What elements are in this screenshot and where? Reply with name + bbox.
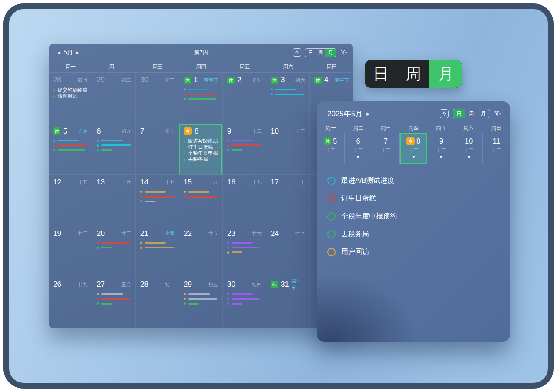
- day-cell[interactable]: 22廿五: [179, 226, 223, 278]
- week-strip-day-cell[interactable]: 9十三: [427, 133, 455, 164]
- event-bar-item[interactable]: [227, 296, 262, 301]
- week-strip-day-cell[interactable]: 6十三: [344, 133, 372, 164]
- day-cell[interactable]: 19廿二: [49, 226, 92, 278]
- event-bar-item[interactable]: [97, 301, 131, 306]
- event-item[interactable]: 订生日蛋糕: [184, 144, 218, 151]
- big-toggle-option[interactable]: 周: [397, 60, 430, 88]
- month-view-option[interactable]: 月: [325, 49, 336, 57]
- todo-item[interactable]: 去税务局: [327, 225, 500, 243]
- event-bar-item[interactable]: [140, 199, 174, 204]
- event-item[interactable]: 去税务局: [184, 157, 218, 163]
- today-button[interactable]: 今: [293, 48, 301, 57]
- week-strip-day-cell[interactable]: 10十三: [455, 133, 483, 164]
- event-bar-item[interactable]: [97, 296, 131, 301]
- todo-checkbox[interactable]: [327, 248, 336, 256]
- event-bar-item[interactable]: [227, 245, 262, 250]
- day-cell[interactable]: 30初三: [136, 73, 179, 124]
- day-cell[interactable]: 14十七: [136, 175, 179, 226]
- event-bar-item[interactable]: [140, 245, 174, 250]
- day-cell[interactable]: 休31端午节: [266, 277, 310, 328]
- todo-item[interactable]: 用户回访: [327, 243, 500, 261]
- day-cell[interactable]: 休3初六: [266, 73, 310, 124]
- day-cell[interactable]: 16十九: [223, 175, 266, 226]
- event-bar-item[interactable]: [271, 87, 305, 92]
- day-cell[interactable]: 今8十一跟进A/B测试进度订生日蛋糕个税年度申报预约去税务局: [179, 124, 223, 175]
- day-cell[interactable]: 13十六: [92, 175, 136, 226]
- day-cell[interactable]: 6初九: [92, 124, 136, 175]
- day-cell[interactable]: 28四月提交印刷终稿清理厨房: [49, 73, 92, 124]
- event-bar-item[interactable]: [227, 241, 262, 245]
- day-cell[interactable]: 17二十: [266, 175, 310, 226]
- todo-item[interactable]: 订生日蛋糕: [327, 190, 500, 208]
- day-cell[interactable]: 24廿七: [266, 226, 310, 278]
- event-item[interactable]: 清理厨房: [53, 93, 87, 99]
- event-bar-item[interactable]: [53, 143, 87, 148]
- event-bar-item[interactable]: [97, 291, 131, 296]
- day-cell[interactable]: 休5立夏: [49, 124, 92, 175]
- event-bar-item[interactable]: [184, 301, 218, 306]
- event-bar-item[interactable]: [227, 291, 262, 296]
- todo-checkbox[interactable]: [327, 194, 336, 203]
- day-view-view-option[interactable]: 日: [453, 109, 465, 118]
- filter-icon[interactable]: [494, 110, 501, 117]
- event-bar-item[interactable]: [53, 138, 87, 143]
- event-bar-item[interactable]: [97, 138, 131, 143]
- day-cell[interactable]: 12十五: [49, 175, 92, 226]
- day-cell[interactable]: 30初四: [223, 277, 266, 328]
- event-bar-item[interactable]: [227, 250, 262, 255]
- event-bar-item[interactable]: [184, 296, 218, 301]
- day-cell[interactable]: 26廿九: [49, 277, 92, 328]
- event-bar-item[interactable]: [140, 189, 174, 194]
- todo-checkbox[interactable]: [327, 230, 336, 238]
- day-view-view-option[interactable]: 周: [465, 109, 477, 118]
- week-strip-day-cell[interactable]: 7十三: [372, 133, 399, 164]
- event-bar-item[interactable]: [97, 143, 131, 148]
- event-bar-item[interactable]: [227, 301, 262, 306]
- day-cell[interactable]: 休1劳动节: [179, 73, 223, 124]
- event-item[interactable]: 个税年度申报预约: [184, 151, 218, 157]
- event-bar-item[interactable]: [140, 241, 174, 245]
- day-cell[interactable]: 27五月: [92, 277, 136, 328]
- event-bar-item[interactable]: [140, 194, 174, 199]
- event-bar-item[interactable]: [53, 148, 87, 153]
- event-bar-item[interactable]: [227, 138, 262, 143]
- day-cell[interactable]: 15十八: [179, 175, 223, 226]
- day-cell[interactable]: 7初十: [136, 124, 179, 175]
- big-toggle-option[interactable]: 日: [365, 60, 397, 88]
- filter-icon[interactable]: [340, 49, 347, 56]
- todo-item[interactable]: 个税年度申报预约: [327, 208, 500, 225]
- month-view-option[interactable]: 日: [305, 49, 315, 57]
- day-cell[interactable]: 10十三: [266, 124, 310, 175]
- todo-checkbox[interactable]: [327, 212, 336, 221]
- event-bar-item[interactable]: [184, 87, 218, 92]
- day-cell[interactable]: 9十二: [223, 124, 266, 175]
- event-bar-item[interactable]: [184, 189, 218, 194]
- day-cell[interactable]: 29初三: [179, 277, 223, 328]
- event-bar-item[interactable]: [97, 245, 131, 250]
- big-toggle-option[interactable]: 月: [429, 60, 462, 88]
- day-cell[interactable]: 20廿三: [92, 226, 136, 278]
- next-arrow-icon[interactable]: ▶: [366, 111, 370, 116]
- month-view-option[interactable]: 周: [315, 49, 325, 57]
- event-bar-item[interactable]: [227, 143, 262, 148]
- day-cell[interactable]: 23廿六: [223, 226, 266, 278]
- next-month-arrow-icon[interactable]: ▶: [76, 50, 79, 55]
- event-bar-item[interactable]: [184, 97, 218, 101]
- event-bar-item[interactable]: [184, 194, 218, 199]
- day-cell[interactable]: 28初二: [136, 277, 179, 328]
- todo-item[interactable]: 跟进A/B测试进度: [327, 172, 500, 190]
- week-strip-day-cell[interactable]: 休5十三: [317, 133, 344, 164]
- event-item[interactable]: 提交印刷终稿: [53, 87, 87, 93]
- todo-checkbox[interactable]: [327, 177, 336, 185]
- week-strip-day-cell[interactable]: 11十三: [482, 133, 510, 164]
- day-cell[interactable]: 21小满: [136, 226, 179, 278]
- day-cell[interactable]: 29初二: [92, 73, 136, 124]
- event-bar-item[interactable]: [227, 148, 262, 153]
- event-bar-item[interactable]: [184, 291, 218, 296]
- prev-month-arrow-icon[interactable]: ◀: [57, 50, 60, 55]
- event-bar-item[interactable]: [97, 148, 131, 153]
- day-view-view-option[interactable]: 月: [477, 109, 490, 118]
- event-item[interactable]: 跟进A/B测试进度: [184, 138, 218, 144]
- week-strip-day-cell[interactable]: 今8十三: [399, 133, 427, 164]
- event-bar-item[interactable]: [184, 92, 218, 97]
